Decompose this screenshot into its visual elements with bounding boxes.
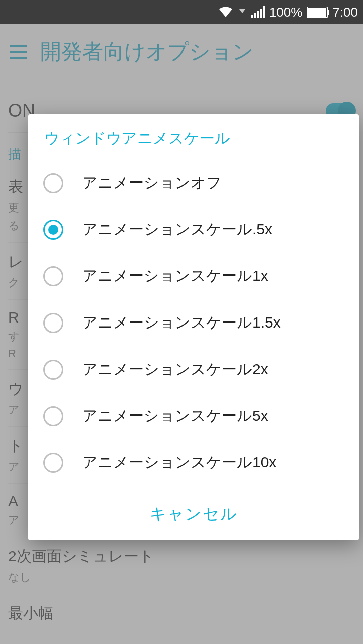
dialog-title: ウィンドウアニメスケール: [28, 114, 359, 158]
dialog-option-label: アニメーションスケール2x: [82, 359, 268, 380]
radio-icon: [43, 220, 63, 240]
radio-icon: [43, 453, 63, 473]
radio-icon: [43, 406, 63, 426]
dialog-option-label: アニメーションスケール.5x: [82, 219, 272, 240]
dialog-option-label: アニメーションスケール10x: [82, 452, 276, 473]
radio-icon: [43, 360, 63, 380]
status-bar: 100% 7:00: [0, 0, 363, 24]
dialog-option[interactable]: アニメーションオフ: [28, 160, 359, 206]
dialog-option[interactable]: アニメーションスケール2x: [28, 346, 359, 393]
dialog-option[interactable]: アニメーションスケール10x: [28, 439, 359, 486]
dialog-option[interactable]: アニメーションスケール5x: [28, 393, 359, 439]
window-anim-scale-dialog: ウィンドウアニメスケール アニメーションオフアニメーションスケール.5xアニメー…: [28, 114, 359, 540]
download-caret-icon: [238, 7, 246, 17]
radio-icon: [43, 173, 63, 193]
wifi-icon: [218, 6, 233, 18]
svg-rect-7: [327, 10, 329, 15]
dialog-option-label: アニメーションスケール1.5x: [82, 312, 281, 333]
dialog-option[interactable]: アニメーションスケール1.5x: [28, 299, 359, 346]
svg-rect-2: [257, 11, 259, 18]
battery-percent: 100%: [269, 5, 303, 20]
dialog-option[interactable]: アニメーションスケール1x: [28, 253, 359, 299]
svg-rect-3: [260, 9, 262, 18]
battery-icon: [307, 7, 329, 18]
radio-icon: [43, 266, 63, 286]
clock: 7:00: [332, 5, 358, 20]
dialog-option-label: アニメーションスケール1x: [82, 266, 268, 286]
cancel-button[interactable]: キャンセル: [150, 505, 238, 523]
svg-rect-0: [251, 15, 253, 18]
dialog-option-label: アニメーションオフ: [82, 173, 222, 193]
radio-icon: [43, 313, 63, 333]
signal-icon: [251, 6, 266, 18]
screen: 100% 7:00 開発者向けオプション ON 描 表 更 る レ: [0, 0, 363, 644]
dialog-footer: キャンセル: [28, 489, 359, 540]
svg-rect-6: [308, 8, 326, 17]
svg-rect-4: [263, 6, 265, 18]
dialog-option[interactable]: アニメーションスケール.5x: [28, 206, 359, 253]
dialog-options: アニメーションオフアニメーションスケール.5xアニメーションスケール1xアニメー…: [28, 158, 359, 489]
dialog-option-label: アニメーションスケール5x: [82, 406, 268, 426]
svg-rect-1: [254, 13, 256, 18]
